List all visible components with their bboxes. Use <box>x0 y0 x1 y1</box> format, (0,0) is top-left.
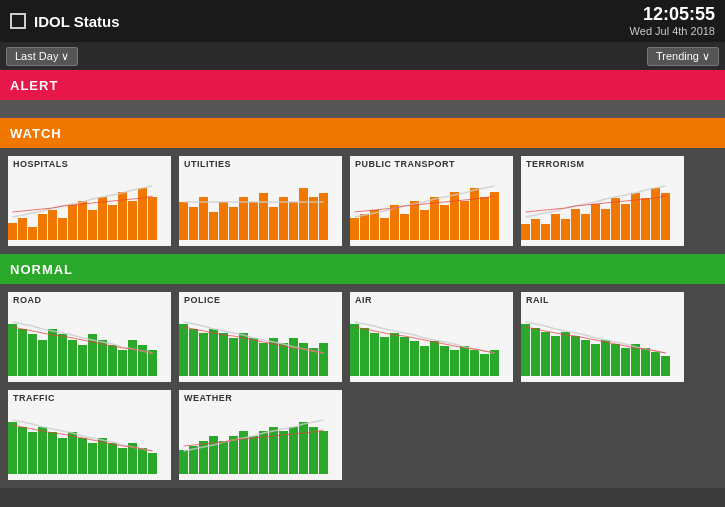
svg-rect-58 <box>651 188 660 240</box>
normal-card-police[interactable]: POLICE <box>179 292 342 382</box>
svg-rect-49 <box>561 219 570 240</box>
svg-rect-8 <box>88 210 97 240</box>
svg-rect-78 <box>209 329 218 376</box>
svg-rect-91 <box>360 328 369 376</box>
svg-rect-16 <box>189 207 198 240</box>
svg-rect-52 <box>591 204 600 240</box>
svg-rect-19 <box>219 202 228 240</box>
svg-rect-103 <box>480 354 489 376</box>
svg-rect-142 <box>249 436 258 474</box>
svg-rect-35 <box>400 214 409 240</box>
svg-rect-66 <box>68 340 77 376</box>
svg-rect-115 <box>621 348 630 376</box>
svg-rect-100 <box>450 350 459 376</box>
trending-dropdown[interactable]: Trending ∨ <box>647 47 719 66</box>
svg-rect-54 <box>611 198 620 240</box>
normal-card-air[interactable]: AIR <box>350 292 513 382</box>
svg-rect-120 <box>8 422 17 474</box>
svg-rect-33 <box>380 218 389 240</box>
card-title: TRAFFIC <box>8 390 171 405</box>
svg-rect-126 <box>68 432 77 474</box>
chart-area <box>8 314 171 382</box>
svg-rect-149 <box>319 431 328 474</box>
svg-rect-148 <box>309 427 318 474</box>
chart-area <box>179 412 342 480</box>
normal-card-weather[interactable]: WEATHER <box>179 390 342 480</box>
svg-rect-119 <box>661 356 670 376</box>
svg-rect-80 <box>229 338 238 376</box>
date: Wed Jul 4th 2018 <box>630 25 715 37</box>
svg-rect-117 <box>641 348 650 376</box>
svg-rect-69 <box>98 340 107 376</box>
svg-rect-30 <box>350 218 359 240</box>
svg-rect-32 <box>370 210 379 240</box>
svg-rect-36 <box>410 201 419 240</box>
svg-rect-6 <box>68 205 77 240</box>
svg-rect-81 <box>239 333 248 376</box>
svg-rect-92 <box>370 333 379 376</box>
svg-rect-123 <box>38 427 47 474</box>
svg-rect-61 <box>18 329 27 376</box>
card-title: RAIL <box>521 292 684 307</box>
chart-area <box>179 178 342 246</box>
alert-bar <box>0 100 725 118</box>
svg-rect-2 <box>28 227 37 240</box>
normal-card-rail[interactable]: RAIL <box>521 292 684 382</box>
svg-rect-122 <box>28 432 37 474</box>
svg-rect-144 <box>269 427 278 474</box>
chart-area <box>350 178 513 246</box>
lastday-dropdown[interactable]: Last Day ∨ <box>6 47 78 66</box>
svg-rect-12 <box>128 201 137 240</box>
clock: 12:05:55 <box>630 5 715 25</box>
header-right: 12:05:55 Wed Jul 4th 2018 <box>630 5 715 37</box>
svg-rect-26 <box>289 202 298 240</box>
svg-rect-107 <box>541 332 550 376</box>
svg-rect-94 <box>390 333 399 376</box>
chart-area <box>521 314 684 382</box>
watch-card-public-transport[interactable]: PUBLIC TRANSPORT <box>350 156 513 246</box>
svg-rect-67 <box>78 345 87 376</box>
normal-card-traffic[interactable]: TRAFFIC <box>8 390 171 480</box>
svg-rect-53 <box>601 209 610 240</box>
svg-rect-113 <box>601 340 610 376</box>
svg-rect-63 <box>38 340 47 376</box>
watch-card-terrorism[interactable]: TERRORISM <box>521 156 684 246</box>
svg-rect-1 <box>18 218 27 240</box>
watch-card-utilities[interactable]: UTILITIES <box>179 156 342 246</box>
svg-rect-138 <box>209 436 218 474</box>
svg-rect-114 <box>611 344 620 376</box>
svg-rect-4 <box>48 210 57 240</box>
svg-rect-72 <box>128 340 137 376</box>
svg-rect-124 <box>48 432 57 474</box>
svg-rect-95 <box>400 337 409 376</box>
svg-rect-131 <box>118 448 127 474</box>
svg-rect-125 <box>58 438 67 474</box>
chart-area <box>8 178 171 246</box>
svg-rect-133 <box>138 448 147 474</box>
card-title: ROAD <box>8 292 171 307</box>
svg-rect-128 <box>88 443 97 474</box>
normal-card-road[interactable]: ROAD <box>8 292 171 382</box>
card-title: PUBLIC TRANSPORT <box>350 156 513 171</box>
svg-rect-47 <box>541 224 550 240</box>
svg-rect-102 <box>470 350 479 376</box>
app-title: IDOL Status <box>34 13 120 30</box>
svg-rect-13 <box>138 188 147 240</box>
svg-rect-101 <box>460 346 469 376</box>
svg-rect-40 <box>450 192 459 240</box>
svg-rect-135 <box>179 450 188 474</box>
svg-rect-18 <box>209 212 218 240</box>
svg-rect-45 <box>521 224 530 240</box>
header: IDOL Status 12:05:55 Wed Jul 4th 2018 <box>0 0 725 42</box>
svg-rect-70 <box>108 345 117 376</box>
svg-rect-24 <box>269 207 278 240</box>
card-title: TERRORISM <box>521 156 684 171</box>
svg-rect-51 <box>581 214 590 240</box>
svg-rect-14 <box>148 197 157 240</box>
svg-rect-90 <box>350 324 359 376</box>
svg-rect-27 <box>299 188 308 240</box>
watch-card-hospitals[interactable]: HOSPITALS <box>8 156 171 246</box>
svg-rect-0 <box>8 223 17 240</box>
svg-rect-15 <box>179 202 188 240</box>
normal-label: NORMAL <box>10 262 73 277</box>
